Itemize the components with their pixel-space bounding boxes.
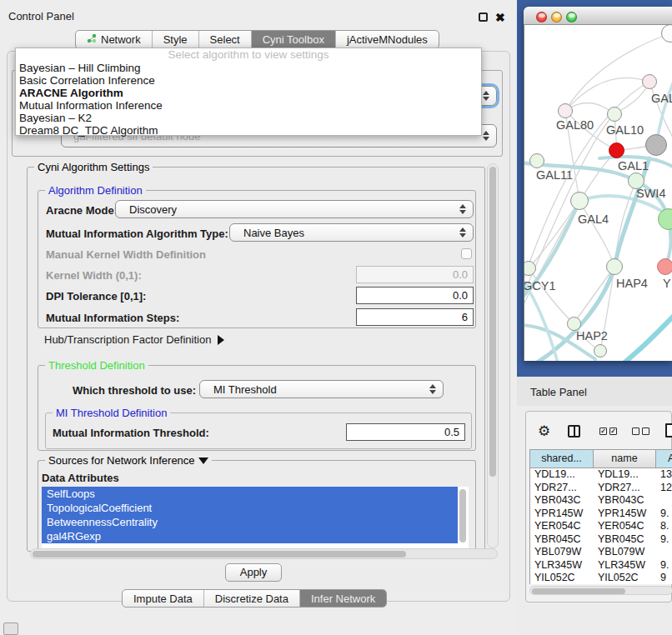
attr-list-item[interactable]: SelfLoops: [42, 487, 458, 501]
document-icon[interactable]: [665, 423, 672, 438]
tab-select[interactable]: Select: [199, 31, 252, 48]
network-node-red[interactable]: [609, 142, 624, 158]
hub-definition-expander[interactable]: Hub/Transcription Factor Definition: [44, 333, 224, 346]
kernel-width-field[interactable]: 0.0: [356, 266, 474, 283]
dpi-tolerance-label: DPI Tolerance [0,1]:: [46, 290, 146, 302]
apply-button[interactable]: Apply: [225, 563, 282, 582]
column-header-name[interactable]: name: [594, 450, 656, 468]
table-row[interactable]: YPR145W YPR145W 9.: [530, 508, 672, 521]
select-all-checks-icon[interactable]: ✓✓: [599, 428, 617, 435]
column-header-partial[interactable]: A: [656, 450, 672, 468]
attr-list-scrollbar[interactable]: [459, 489, 466, 542]
tab-cyni-toolbox[interactable]: Cyni Toolbox: [252, 31, 336, 48]
attr-list-item[interactable]: TopologicalCoefficient: [42, 501, 458, 515]
network-node-gal4[interactable]: [570, 192, 589, 210]
table-body: YDL19... YDL19... 13 YDR27... YDR27... 1…: [530, 468, 672, 584]
network-window-titlebar[interactable]: [524, 7, 672, 25]
manual-kernel-checkbox[interactable]: [461, 248, 472, 259]
kernel-width-label: Kernel Width (0,1):: [46, 269, 142, 282]
close-panel-icon[interactable]: ✖: [495, 13, 505, 22]
node-label: GAL80: [556, 118, 594, 132]
table-row[interactable]: YBR043C YBR043C: [530, 494, 672, 508]
node-table: shared... name A YDL19... YDL19... 13 YD…: [529, 449, 672, 584]
table-row[interactable]: YIL052C YIL052C 9: [530, 572, 672, 584]
deselect-all-checks-icon[interactable]: [632, 428, 649, 435]
close-window-icon[interactable]: [536, 12, 547, 22]
dropdown-item[interactable]: Bayesian – K2: [16, 112, 481, 124]
node-label: Y: [663, 277, 671, 290]
network-node-gal80[interactable]: [558, 103, 573, 118]
minimized-panel-icon[interactable]: [3, 622, 18, 635]
tab-style[interactable]: Style: [153, 31, 199, 48]
mi-type-combo[interactable]: Naive Bayes: [229, 223, 474, 242]
collapse-down-icon[interactable]: [198, 458, 208, 464]
node-label: HAP2: [576, 329, 608, 342]
mi-threshold-title: MI Threshold Definition: [53, 407, 170, 419]
table-row[interactable]: YER054C YER054C 8.: [530, 520, 672, 533]
table-panel-title: Table Panel: [530, 386, 587, 398]
which-threshold-combo[interactable]: MI Threshold: [199, 380, 444, 398]
table-toolbar: ⚙ ✓✓: [526, 422, 672, 442]
bottom-tabs: Impute Data Discretize Data Infer Networ…: [122, 589, 387, 608]
network-node-hap4[interactable]: [606, 258, 623, 275]
node-label: GAL: [651, 92, 672, 105]
node-label: SWI4: [636, 187, 665, 200]
gear-icon[interactable]: ⚙: [538, 424, 550, 438]
table-row[interactable]: YDR27... YDR27... 12: [530, 482, 672, 495]
settings-horizontal-scrollbar[interactable]: [30, 548, 498, 559]
dropdown-item[interactable]: Bayesian – Hill Climbing: [16, 62, 481, 74]
network-view-window: GAL GAL80 GAL10 GAL1 GAL11 SWI4 GAL4 GCY…: [524, 7, 672, 361]
manual-kernel-label: Manual Kernel Width Definition: [46, 248, 206, 261]
tab-infer-network[interactable]: Infer Network: [300, 590, 386, 607]
control-panel-titlebar: Control Panel ✖: [0, 7, 517, 27]
attr-list-item[interactable]: gal4RGexp: [42, 529, 458, 543]
network-node-salmon[interactable]: [657, 258, 672, 275]
table-row[interactable]: YLR345W YLR345W 9.: [530, 559, 672, 572]
mi-threshold-field[interactable]: 0.5: [346, 423, 465, 441]
table-row[interactable]: YBL079W YBL079W: [530, 546, 672, 559]
dropdown-item[interactable]: Basic Correlation Inference: [16, 74, 481, 87]
dropdown-prompt: Select algorithm to view settings: [16, 48, 481, 62]
tab-jactivemnodules[interactable]: jActiveMNodules: [336, 31, 439, 48]
aracne-mode-combo[interactable]: Discovery: [115, 200, 474, 218]
dropdown-item[interactable]: Mutual Information Inference: [16, 99, 481, 112]
network-node-gal11[interactable]: [529, 153, 544, 168]
mi-type-label: Mutual Information Algorithm Type:: [46, 228, 228, 240]
threshold-definition-group: Threshold Definition Which threshold to …: [38, 365, 476, 451]
algorithm-definition-title: Algorithm Definition: [45, 184, 146, 197]
table-horizontal-scrollbar[interactable]: [529, 586, 672, 595]
tab-network-label: Network: [101, 33, 141, 46]
settings-group-title: Cyni Algorithm Settings: [34, 161, 153, 173]
minimize-window-icon[interactable]: [551, 12, 562, 22]
zoom-window-icon[interactable]: [566, 12, 577, 22]
node-label: GAL11: [536, 168, 573, 182]
dpi-tolerance-field[interactable]: 0.0: [356, 287, 474, 304]
float-panel-icon[interactable]: [479, 12, 488, 22]
mi-steps-label: Mutual Information Steps:: [46, 312, 179, 324]
tab-network[interactable]: Network: [76, 31, 153, 48]
mi-threshold-label: Mutual Information Threshold:: [53, 427, 209, 439]
network-tab-icon: [87, 33, 97, 46]
dropdown-item-selected[interactable]: ARACNE Algorithm: [16, 87, 481, 99]
attr-list-item[interactable]: BetweennessCentrality: [42, 515, 458, 529]
tab-impute-data[interactable]: Impute Data: [123, 590, 204, 607]
screen: Control Panel ✖ Network Style Select Cyn…: [0, 0, 672, 635]
network-canvas[interactable]: GAL GAL80 GAL10 GAL1 GAL11 SWI4 GAL4 GCY…: [524, 25, 672, 361]
table-row[interactable]: YBR045C YBR045C 9.: [530, 533, 672, 547]
network-node-gray[interactable]: [645, 134, 667, 156]
columns-icon[interactable]: [568, 425, 580, 438]
settings-vertical-scrollbar[interactable]: [487, 163, 499, 548]
column-header-shared-name[interactable]: shared...: [530, 450, 594, 468]
aracne-mode-label: Aracne Mode:: [46, 204, 118, 217]
data-attributes-list: SelfLoops TopologicalCoefficient Between…: [42, 487, 469, 550]
sources-title: Sources for Network Inference: [45, 454, 212, 467]
mi-steps-field[interactable]: 6: [356, 308, 474, 326]
node-label: GAL1: [618, 159, 649, 172]
tab-discretize-data[interactable]: Discretize Data: [204, 590, 300, 607]
network-node[interactable]: [594, 344, 607, 358]
dropdown-item[interactable]: Dream8 DC_TDC Algorithm: [16, 124, 481, 137]
network-node-gal10[interactable]: [607, 107, 622, 122]
mi-threshold-group: MI Threshold Definition Mutual Informati…: [45, 412, 472, 449]
network-node[interactable]: [642, 74, 657, 89]
table-row[interactable]: YDL19... YDL19... 13: [530, 468, 672, 482]
